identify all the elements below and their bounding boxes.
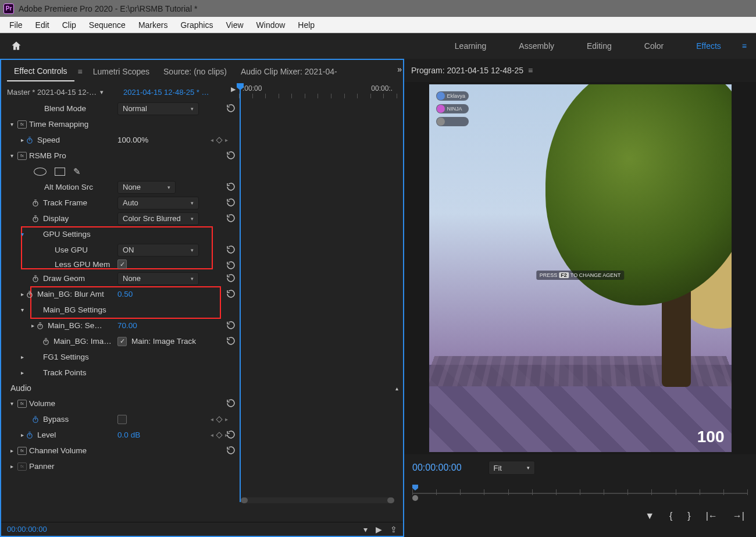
tab-audio-mixer[interactable]: Audio Clip Mixer: 2021-04-	[234, 62, 344, 81]
home-button[interactable]	[7, 37, 26, 55]
menu-window[interactable]: Window	[251, 18, 291, 32]
menu-help[interactable]: Help	[292, 18, 320, 32]
filter-icon[interactable]: ▾	[363, 525, 368, 534]
tabs-overflow-icon[interactable]: »	[397, 65, 400, 74]
chevron-down-icon[interactable]: ▾	[100, 88, 104, 96]
speed-value[interactable]: 100.00%	[117, 136, 148, 144]
stopwatch-icon[interactable]	[26, 290, 34, 298]
menu-clip[interactable]: Clip	[56, 18, 82, 32]
disclosure-arrow[interactable]: ▸	[19, 432, 26, 438]
stopwatch-icon[interactable]	[26, 431, 34, 439]
draw-geom-dropdown[interactable]: None▾	[117, 272, 199, 285]
reset-icon[interactable]	[226, 445, 236, 456]
keyframe-nav[interactable]: ◂▸	[211, 137, 228, 143]
reset-icon[interactable]	[226, 103, 236, 113]
stopwatch-icon[interactable]	[31, 199, 40, 207]
reset-icon[interactable]	[226, 260, 236, 271]
disclosure-arrow[interactable]: ▸	[19, 369, 26, 376]
zoom-dropdown[interactable]: Fit▾	[488, 461, 535, 475]
program-timecode[interactable]: 00:00:00:00	[412, 463, 462, 473]
fx-badge-icon[interactable]: fx	[17, 120, 27, 129]
panel-menu-icon[interactable]: ≡	[74, 67, 86, 76]
disclosure-arrow[interactable]: ▾	[19, 231, 26, 237]
main-bg-ima-checkbox[interactable]: ✓	[117, 337, 127, 346]
reset-icon[interactable]	[226, 320, 236, 330]
export-icon[interactable]: ⇪	[390, 525, 397, 534]
disclosure-arrow[interactable]: ▾	[8, 152, 15, 159]
disclosure-arrow[interactable]: ▾	[8, 121, 15, 127]
sequence-clip-label[interactable]: 2021-04-15 12-48-25 * …	[123, 88, 209, 97]
reset-icon[interactable]	[226, 213, 236, 223]
disclosure-arrow[interactable]: ▸	[8, 463, 15, 470]
menu-view[interactable]: View	[220, 18, 249, 32]
effect-mini-timeline[interactable]: ▶ :00:00 00:00:.	[231, 83, 397, 101]
program-scrubber[interactable]	[404, 481, 756, 504]
stopwatch-icon[interactable]	[42, 337, 50, 346]
disclosure-arrow[interactable]: ▸	[19, 354, 26, 360]
disclosure-arrow[interactable]: ▸	[19, 137, 26, 143]
use-gpu-dropdown[interactable]: ON▾	[117, 244, 199, 257]
reset-icon[interactable]	[226, 182, 236, 192]
step-fwd-icon[interactable]: →|	[733, 511, 744, 521]
keyframe-nav[interactable]: ◂▸	[211, 416, 228, 422]
fx-badge-icon[interactable]: fx	[17, 152, 27, 160]
stopwatch-icon[interactable]	[26, 136, 34, 144]
workspace-learning[interactable]: Learning	[438, 35, 503, 56]
workspace-overflow-icon[interactable]: ≡	[737, 37, 751, 55]
reset-icon[interactable]	[226, 289, 236, 299]
program-scrub-knob[interactable]	[412, 495, 418, 501]
stopwatch-icon[interactable]	[31, 275, 40, 283]
disclosure-arrow[interactable]: ▸	[8, 447, 15, 454]
fx-badge-icon[interactable]: fx	[17, 447, 27, 455]
play-icon[interactable]: ▶	[231, 86, 236, 93]
mask-pen-icon[interactable]: ✎	[73, 166, 81, 177]
disclosure-arrow[interactable]: ▸	[19, 291, 26, 297]
main-bg-blur-value[interactable]: 0.50	[117, 290, 133, 298]
disclosure-arrow[interactable]: ▾	[19, 307, 26, 313]
play-only-icon[interactable]: ▶	[376, 525, 382, 534]
program-viewer[interactable]: Eklavya NINJA PRESS F2 TO CHANGE AGENT 1…	[429, 84, 732, 452]
go-to-in-icon[interactable]: }	[687, 511, 690, 521]
workspace-assembly[interactable]: Assembly	[502, 35, 570, 56]
mask-ellipse-icon[interactable]	[34, 168, 47, 176]
reset-icon[interactable]	[226, 150, 236, 161]
master-clip-label[interactable]: Master * 2021-04-15 12-…	[7, 88, 97, 97]
reset-icon[interactable]	[226, 398, 236, 408]
mark-out-icon[interactable]: {	[669, 511, 672, 521]
menu-file[interactable]: File	[3, 18, 28, 32]
step-back-icon[interactable]: |←	[706, 511, 718, 521]
reset-icon[interactable]	[226, 273, 236, 283]
less-gpu-mem-checkbox[interactable]: ✓	[117, 259, 127, 269]
workspace-color[interactable]: Color	[628, 35, 680, 56]
collapse-up-icon[interactable]: ▴	[395, 385, 398, 392]
menu-markers[interactable]: Markers	[133, 18, 174, 32]
bypass-checkbox[interactable]	[117, 415, 127, 424]
blend-mode-dropdown[interactable]: Normal▾	[117, 102, 199, 115]
reset-icon[interactable]	[226, 244, 236, 255]
stopwatch-icon[interactable]	[31, 215, 40, 223]
level-value[interactable]: 0.0	[117, 431, 129, 439]
timeline-hscroll[interactable]	[241, 497, 394, 503]
main-bg-sens-value[interactable]: 70.00	[117, 321, 137, 330]
workspace-effects[interactable]: Effects	[680, 35, 737, 56]
track-frame-dropdown[interactable]: Auto▾	[117, 197, 199, 209]
menu-graphics[interactable]: Graphics	[174, 18, 219, 32]
fx-badge-icon[interactable]: fx	[17, 400, 27, 408]
menu-sequence[interactable]: Sequence	[83, 18, 131, 32]
reset-icon[interactable]	[226, 336, 236, 346]
tab-lumetri-scopes[interactable]: Lumetri Scopes	[86, 62, 156, 81]
tab-source[interactable]: Source: (no clips)	[156, 62, 234, 81]
disclosure-arrow[interactable]: ▾	[8, 400, 15, 407]
tab-effect-controls[interactable]: Effect Controls	[7, 62, 74, 81]
alt-motion-dropdown[interactable]: None▾	[117, 181, 176, 194]
menu-edit[interactable]: Edit	[30, 18, 55, 32]
footer-timecode[interactable]: 00:00:00:00	[7, 525, 47, 534]
stopwatch-icon[interactable]	[36, 322, 44, 330]
reset-icon[interactable]	[226, 197, 236, 208]
fx-badge-icon[interactable]: fx	[17, 463, 27, 471]
mark-in-icon[interactable]: ▼	[645, 511, 654, 521]
reset-icon[interactable]	[226, 429, 236, 440]
panel-menu-icon[interactable]: ≡	[528, 66, 533, 75]
workspace-editing[interactable]: Editing	[570, 35, 628, 56]
mask-rectangle-icon[interactable]	[55, 168, 65, 176]
